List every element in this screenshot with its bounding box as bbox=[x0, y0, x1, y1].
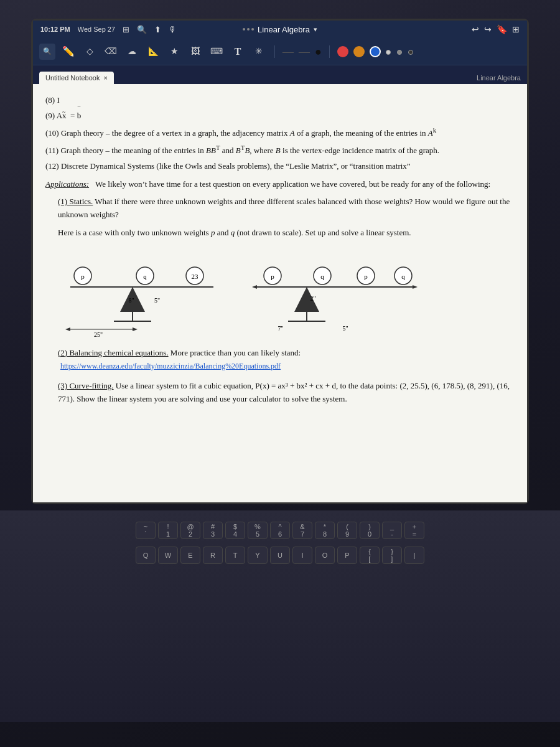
key-u[interactable]: U bbox=[270, 547, 290, 564]
svg-text:2": 2" bbox=[310, 295, 315, 302]
svg-text:5": 5" bbox=[342, 325, 348, 332]
notebook-tab-untitled[interactable]: Untitled Notebook × bbox=[39, 72, 114, 84]
undo-icon[interactable]: ↩ bbox=[472, 24, 479, 34]
notebook-tab-label: Untitled Notebook bbox=[45, 74, 100, 82]
scale-intro-text: Here is a case with only two unknown wei… bbox=[58, 227, 515, 240]
document-area: (8) I (9) Ax~ = b‾ (10) Graph theory – t… bbox=[33, 84, 527, 502]
key-5[interactable]: %5 bbox=[248, 522, 268, 539]
text-tool-button[interactable]: T bbox=[230, 44, 246, 60]
document-content: (8) I (9) Ax~ = b‾ (10) Graph theory – t… bbox=[45, 94, 515, 406]
lasso-tool-button[interactable]: ☁ bbox=[124, 44, 140, 60]
left-balance-diagram: p q 23 25" 8" bbox=[52, 250, 226, 337]
key-3[interactable]: #3 bbox=[203, 522, 223, 539]
color-blue-button[interactable] bbox=[370, 46, 381, 57]
key-0[interactable]: )0 bbox=[360, 522, 380, 539]
key-p[interactable]: P bbox=[337, 547, 357, 564]
keyboard-area: ~` !1 @2 #3 $4 %5 ^6 &7 *8 (9 )0 _- += Q… bbox=[0, 510, 560, 722]
svg-marker-29 bbox=[413, 285, 418, 289]
color-small-dot1[interactable] bbox=[386, 50, 391, 55]
image-icon: 🖼 bbox=[191, 47, 200, 57]
color-small-dot3[interactable] bbox=[408, 50, 413, 55]
screen-bezel: 10:12 PM Wed Sep 27 ⊞ 🔍 ⬆ 🎙 Linear Algeb… bbox=[31, 19, 529, 504]
key-8[interactable]: *8 bbox=[315, 522, 335, 539]
toolbar-sep2 bbox=[329, 45, 330, 58]
chem-item: (2) Balancing chemical equations. More p… bbox=[58, 347, 515, 373]
right-notebook-label: Linear Algebra bbox=[477, 74, 521, 82]
chem-link[interactable]: https://www.deanza.edu/faculty/muzzicinz… bbox=[60, 362, 281, 370]
curve-text: Use a linear system to fit a cubic equat… bbox=[58, 381, 510, 403]
zoom-tool-button[interactable]: 🔍 bbox=[39, 44, 55, 60]
star-tool-button[interactable]: ★ bbox=[166, 44, 182, 60]
toolbar: 🔍 ✏️ ◇ ⌫ ☁ 📐 ★ 🖼 ⌨ T ✳ bbox=[33, 38, 527, 65]
statics-text: What if there were three unknown weights… bbox=[58, 197, 510, 219]
key-bracket-open[interactable]: {[ bbox=[360, 547, 380, 564]
expand-icon[interactable]: ⊞ bbox=[512, 24, 520, 34]
mic-icon[interactable]: 🎙 bbox=[169, 25, 177, 34]
search-icon[interactable]: 🔍 bbox=[137, 25, 147, 34]
ruler-icon: 📐 bbox=[148, 46, 159, 57]
key-4[interactable]: $4 bbox=[225, 522, 245, 539]
diamond-icon: ◇ bbox=[86, 46, 93, 57]
key-bracket-close[interactable]: }] bbox=[382, 547, 402, 564]
key-q[interactable]: Q bbox=[136, 547, 156, 564]
key-minus[interactable]: _- bbox=[382, 522, 402, 539]
statics-item: (1) Statics. What if there were three un… bbox=[58, 195, 515, 222]
applications-section: Applications: We likely won’t have time … bbox=[45, 178, 515, 191]
sparkle-tool-button[interactable]: ✳ bbox=[251, 44, 267, 60]
curve-item: (3) Curve-fitting. Use a linear system t… bbox=[58, 380, 515, 406]
svg-text:p: p bbox=[364, 273, 368, 280]
key-e[interactable]: E bbox=[180, 547, 200, 564]
key-1[interactable]: !1 bbox=[158, 522, 178, 539]
key-o[interactable]: O bbox=[315, 547, 335, 564]
app-title: Linear Algebra bbox=[258, 25, 310, 34]
color-orange-button[interactable] bbox=[353, 46, 365, 57]
image-tool-button[interactable]: 🖼 bbox=[187, 44, 203, 60]
svg-text:q: q bbox=[143, 273, 147, 280]
dot3 bbox=[251, 28, 254, 31]
svg-text:8": 8" bbox=[128, 297, 134, 304]
pencil-tool-button[interactable]: ✏️ bbox=[60, 44, 77, 60]
color-red-button[interactable] bbox=[337, 46, 348, 57]
eraser-tool-button[interactable]: ⌫ bbox=[103, 44, 119, 60]
three-dots bbox=[243, 28, 254, 31]
chem-text: More practice than you can likely stand: bbox=[170, 348, 301, 357]
keyboard-tool-button[interactable]: ⌨ bbox=[208, 44, 225, 60]
key-y[interactable]: Y bbox=[248, 547, 268, 564]
key-equals[interactable]: += bbox=[404, 522, 424, 539]
right-diagram-svg: p q p q 7 bbox=[251, 250, 425, 337]
ruler-tool-button[interactable]: 📐 bbox=[145, 44, 161, 60]
diamond-tool-button[interactable]: ◇ bbox=[82, 44, 98, 60]
pencil-icon: ✏️ bbox=[62, 45, 75, 57]
svg-marker-28 bbox=[252, 285, 257, 289]
svg-text:7": 7" bbox=[278, 325, 283, 332]
key-tilde[interactable]: ~` bbox=[136, 522, 156, 539]
bookmark-icon[interactable]: 🔖 bbox=[497, 24, 507, 34]
svg-text:23: 23 bbox=[192, 273, 199, 280]
keyboard-row-numbers: ~` !1 @2 #3 $4 %5 ^6 &7 *8 (9 )0 _- += bbox=[0, 510, 560, 543]
key-9[interactable]: (9 bbox=[337, 522, 357, 539]
share-icon[interactable]: ⬆ bbox=[154, 25, 161, 34]
grid-icon[interactable]: ⊞ bbox=[123, 25, 129, 34]
key-2[interactable]: @2 bbox=[180, 522, 200, 539]
key-w[interactable]: W bbox=[158, 547, 178, 564]
notebook-tab-close[interactable]: × bbox=[103, 74, 107, 82]
line-10: (10) Graph theory – the degree of a vert… bbox=[45, 125, 515, 140]
dash2: — bbox=[299, 46, 310, 57]
right-balance-diagram: p q p q 7 bbox=[251, 250, 425, 337]
svg-text:5": 5" bbox=[154, 297, 160, 304]
key-6[interactable]: ^6 bbox=[270, 522, 290, 539]
key-i[interactable]: I bbox=[292, 547, 312, 564]
notebook-tab-right-label: Linear Algebra bbox=[477, 74, 521, 84]
statics-header: (1) Statics. bbox=[58, 197, 93, 206]
svg-text:q: q bbox=[401, 273, 405, 280]
dot1 bbox=[243, 28, 245, 31]
svg-text:p: p bbox=[271, 273, 274, 280]
redo-icon[interactable]: ↪ bbox=[484, 24, 492, 34]
status-bar-center: Linear Algebra ▾ bbox=[243, 25, 317, 34]
key-r[interactable]: R bbox=[203, 547, 223, 564]
svg-marker-11 bbox=[65, 327, 70, 331]
key-7[interactable]: &7 bbox=[292, 522, 312, 539]
color-small-dot2[interactable] bbox=[397, 50, 402, 55]
key-pipe[interactable]: | bbox=[404, 547, 424, 564]
key-t[interactable]: T bbox=[225, 547, 245, 564]
